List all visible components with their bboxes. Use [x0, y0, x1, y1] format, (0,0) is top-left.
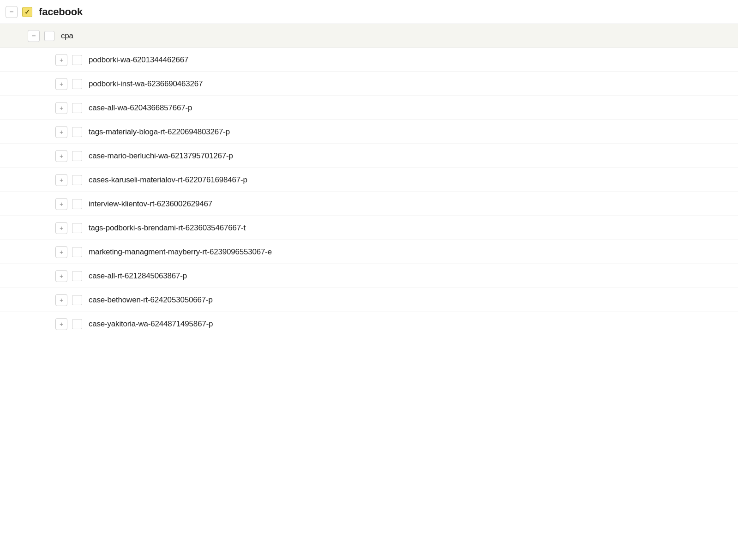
toggle-item-7[interactable]: + [55, 222, 67, 234]
label-item-10: case-bethowen-rt-6242053050667-p [89, 295, 213, 305]
tree-row-item-1: + podborki-inst-wa-6236690463267 [0, 72, 738, 96]
toggle-item-0[interactable]: + [55, 54, 67, 66]
checkbox-item-5[interactable] [72, 175, 82, 185]
label-facebook: facebook [39, 6, 83, 18]
checkbox-item-11[interactable] [72, 319, 82, 329]
tree-row-item-7: + tags-podborki-s-brendami-rt-6236035467… [0, 216, 738, 240]
toggle-cpa[interactable]: − [28, 30, 40, 42]
label-item-7: tags-podborki-s-brendami-rt-623603546766… [89, 223, 246, 233]
tree-row-item-5: + cases-karuseli-materialov-rt-622076169… [0, 168, 738, 192]
toggle-facebook[interactable]: − [6, 6, 18, 18]
checkbox-item-0[interactable] [72, 55, 82, 65]
checkbox-item-10[interactable] [72, 295, 82, 305]
tree-row-item-11: + case-yakitoria-wa-6244871495867-p [0, 312, 738, 336]
label-item-3: tags-materialy-bloga-rt-6220694803267-p [89, 127, 230, 137]
checkbox-item-1[interactable] [72, 79, 82, 89]
checkbox-item-8[interactable] [72, 247, 82, 257]
toggle-item-4[interactable]: + [55, 150, 67, 162]
toggle-item-2[interactable]: + [55, 102, 67, 114]
label-item-5: cases-karuseli-materialov-rt-62207616984… [89, 175, 247, 185]
tree-row-cpa: − cpa [0, 24, 738, 48]
toggle-item-9[interactable]: + [55, 270, 67, 282]
tree-row-item-0: + podborki-wa-6201344462667 [0, 48, 738, 72]
checkbox-item-4[interactable] [72, 151, 82, 161]
checkbox-item-9[interactable] [72, 271, 82, 281]
tree-row-item-4: + case-mario-berluchi-wa-6213795701267-p [0, 144, 738, 168]
tree-row-item-8: + marketing-managment-mayberry-rt-623909… [0, 240, 738, 264]
toggle-item-10[interactable]: + [55, 294, 67, 306]
label-cpa: cpa [61, 31, 73, 41]
tree-container: − ✓ facebook − cpa + podborki-wa-6201344… [0, 0, 738, 336]
tree-row-item-3: + tags-materialy-bloga-rt-6220694803267-… [0, 120, 738, 144]
checkbox-item-2[interactable] [72, 103, 82, 113]
label-item-4: case-mario-berluchi-wa-6213795701267-p [89, 151, 233, 161]
tree-row-facebook: − ✓ facebook [0, 0, 738, 24]
checkbox-cpa[interactable] [44, 31, 54, 41]
tree-row-item-9: + case-all-rt-6212845063867-p [0, 264, 738, 288]
tree-row-item-2: + case-all-wa-6204366857667-p [0, 96, 738, 120]
tree-row-item-6: + interview-klientov-rt-6236002629467 [0, 192, 738, 216]
toggle-item-8[interactable]: + [55, 246, 67, 258]
checkbox-item-7[interactable] [72, 223, 82, 233]
label-item-1: podborki-inst-wa-6236690463267 [89, 79, 203, 89]
toggle-item-3[interactable]: + [55, 126, 67, 138]
toggle-item-1[interactable]: + [55, 78, 67, 90]
toggle-item-11[interactable]: + [55, 318, 67, 330]
checkbox-facebook[interactable]: ✓ [22, 7, 32, 17]
toggle-item-6[interactable]: + [55, 198, 67, 210]
label-item-8: marketing-managment-mayberry-rt-62390965… [89, 247, 272, 257]
tree-row-item-10: + case-bethowen-rt-6242053050667-p [0, 288, 738, 312]
label-item-2: case-all-wa-6204366857667-p [89, 103, 192, 113]
label-item-11: case-yakitoria-wa-6244871495867-p [89, 319, 213, 329]
checkmark-facebook: ✓ [24, 9, 30, 15]
label-item-6: interview-klientov-rt-6236002629467 [89, 199, 212, 209]
checkbox-item-6[interactable] [72, 199, 82, 209]
checkbox-item-3[interactable] [72, 127, 82, 137]
toggle-item-5[interactable]: + [55, 174, 67, 186]
label-item-9: case-all-rt-6212845063867-p [89, 271, 187, 281]
label-item-0: podborki-wa-6201344462667 [89, 55, 188, 65]
